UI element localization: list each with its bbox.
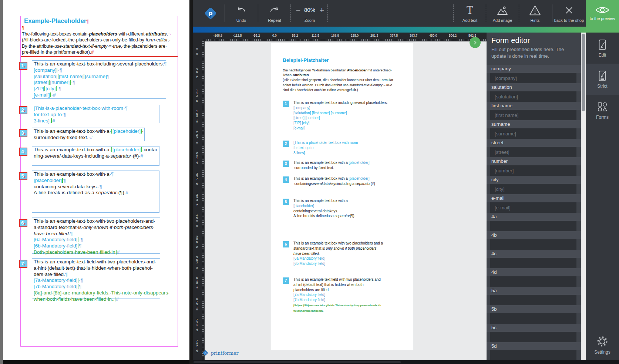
- text-segment: (Alle Blöcke sind gesperrt, die Placehol…: [283, 78, 394, 82]
- text-segment: ·contai-: [142, 147, 158, 152]
- sidebar-item-label: Settings: [594, 350, 610, 355]
- repeat-button[interactable]: Repeat: [257, 4, 292, 23]
- collapse-panel-button[interactable]: [470, 37, 481, 48]
- text-line: This·is·an·example·text·box·including·se…: [34, 61, 164, 67]
- form-field-input-salutation[interactable]: [490, 91, 576, 102]
- field-marker: [62, 178, 63, 183]
- text-segment: This·is·an·example·text·box·with·a·: [34, 128, 111, 134]
- form-field-label: surname: [487, 120, 581, 128]
- form-field-input-5b[interactable]: [490, 313, 576, 324]
- form-field-input-5d[interactable]: [490, 350, 576, 360]
- text-segment: [first·name]: [59, 74, 83, 79]
- ruler-label: 337.5: [390, 34, 398, 37]
- form-field-input-surname[interactable]: [490, 128, 576, 139]
- form-field-input-number[interactable]: [490, 165, 576, 176]
- form-field: salutation: [487, 83, 581, 102]
- text-segment: containing·several·data-keys.·: [34, 184, 100, 189]
- toolbar-divider-dashed: [290, 4, 291, 22]
- text-segment: This·is·an·example·text·box·with·two·pla…: [34, 218, 155, 224]
- chevron-right-icon: [472, 40, 478, 46]
- text-segment: editor befüllt werden. Durch das Attribu…: [283, 83, 350, 87]
- toolbar-divider-dashed: [327, 4, 328, 22]
- printformer-wordmark: printformer: [211, 350, 238, 356]
- text-segment: datakeys: [323, 182, 337, 186]
- zoom-out-button[interactable]: −: [294, 7, 302, 15]
- form-field-input-company[interactable]: [490, 73, 576, 83]
- sidebar-item-strict[interactable]: Strict: [586, 64, 619, 95]
- undo-button[interactable]: Undo: [223, 4, 259, 23]
- text-segment: [number]: [50, 80, 69, 85]
- text-segment: separator: [96, 190, 117, 195]
- form-field-input-4b[interactable]: [490, 239, 576, 250]
- form-field-label: street: [487, 139, 581, 147]
- text-line: [salutation] [first name] [surname]: [293, 111, 406, 116]
- text-line: The·following·text·boxes·contain·placeho…: [22, 31, 175, 37]
- block-text: This is an example text field with two p…: [293, 277, 406, 314]
- text-segment: form·editor: [146, 37, 168, 43]
- zoom-label: Zoom: [305, 18, 315, 23]
- horizontal-ruler: -168.8-112.5-56.20.056.2112.5168.8225.02…: [193, 33, 487, 41]
- badge-hash: #: [24, 151, 25, 154]
- text-line: [company]: [293, 105, 406, 111]
- hints-button[interactable]: Hints: [517, 4, 553, 23]
- text-segment: use-standard-text-if-empty: [54, 44, 107, 49]
- ruler-label: 168.8: [195, 109, 199, 122]
- form-field-input-5a[interactable]: [490, 295, 576, 305]
- back-to-shop-button[interactable]: back to the shop: [551, 4, 587, 23]
- text-segment: This is an example text box including se…: [293, 101, 388, 105]
- ruler-label: 506.2: [195, 235, 199, 248]
- text-segment: [placeholder]: [349, 176, 369, 181]
- close-icon: [551, 4, 587, 17]
- text-segment: (#): [371, 182, 375, 186]
- form-field-input-city[interactable]: [490, 184, 576, 194]
- pilcrow-mark: ¶: [22, 25, 24, 30]
- text-segment: .·: [168, 37, 170, 43]
- text-line: containingseveral datakeys.: [293, 209, 406, 214]
- add-image-button[interactable]: Add image: [485, 4, 520, 23]
- scrollbar-thumb[interactable]: [582, 34, 585, 111]
- form-field-input-5c[interactable]: [490, 332, 576, 342]
- text-segment: for text up to: [293, 146, 313, 150]
- text-frame: [This·is·a·placeholder·text·box·with·roo…: [32, 105, 159, 123]
- source-document-window: Example-Placeholder¶ ¶ The·following·tex…: [0, 0, 189, 364]
- text-segment: [6b Mandatory field]: [293, 262, 325, 266]
- sidebar-item-settings[interactable]: Settings: [586, 329, 619, 360]
- strict-icon: [597, 70, 608, 82]
- form-field-input-first-name[interactable]: [490, 110, 576, 120]
- form-field-input-street[interactable]: [490, 147, 576, 157]
- horizontal-scrollbar[interactable]: [193, 360, 619, 364]
- text-segment: #: [90, 135, 92, 140]
- text-segment: have been filled.: [293, 252, 320, 256]
- form-field-input-4a[interactable]: [490, 221, 576, 231]
- add-image-label: Add image: [485, 18, 520, 23]
- horizontal-scrollbar-thumb[interactable]: [194, 361, 401, 363]
- to-preview-button[interactable]: to the preview: [586, 0, 619, 33]
- text-segment: [6b·Mandatory·field]: [34, 243, 77, 249]
- ruler-label: 281.3: [370, 34, 378, 37]
- zoom-in-button[interactable]: +: [318, 7, 326, 15]
- form-field: number: [487, 157, 581, 176]
- form-field-label: company: [487, 65, 581, 73]
- sidebar-item-edit[interactable]: Edit: [586, 33, 619, 64]
- form-panel-scrollbar[interactable]: [581, 33, 586, 360]
- text-frame: This·is·an·example·text·box·with·two·pla…: [32, 218, 160, 254]
- text-segment: [7a Mandatory field]: [293, 293, 325, 297]
- edit-icon: [597, 39, 608, 51]
- document-title-text: Example-Placeholder: [24, 17, 86, 24]
- sidebar-item-label: Edit: [599, 53, 606, 58]
- text-segment: containing: [293, 182, 311, 186]
- form-field-input-e-mail[interactable]: [490, 202, 576, 213]
- text-segment: sind die Placeholder auch im Editor vora…: [283, 88, 358, 92]
- form-field: street: [487, 139, 581, 157]
- block-badge: 2: [283, 141, 289, 147]
- text-line: [This·is·a·placeholder·text·box·with·roo…: [34, 105, 158, 112]
- add-text-button[interactable]: T Add text: [452, 4, 488, 23]
- text-line: a·standard·text·that·is·only·shown·if·bo…: [34, 225, 158, 231]
- text-segment: By·the·attribute·: [22, 44, 54, 49]
- sidebar-item-forms[interactable]: Forms: [586, 95, 619, 126]
- text-segment: ¶: [80, 277, 83, 283]
- form-field-input-4d[interactable]: [490, 276, 576, 287]
- text-segment: only·shown·if·both·placeholders·: [83, 225, 155, 230]
- form-field-input-4c[interactable]: [490, 258, 576, 268]
- text-segment: a·hint·(default·text)·that·is·hidden·whe…: [34, 265, 153, 271]
